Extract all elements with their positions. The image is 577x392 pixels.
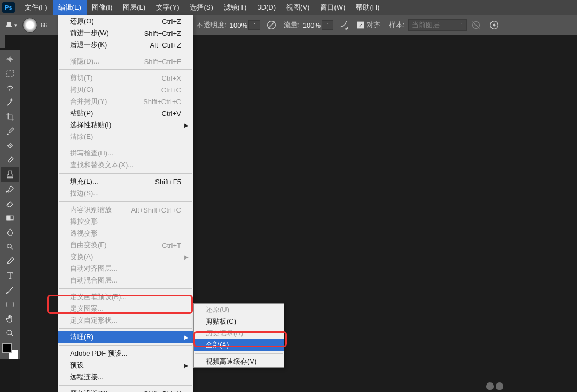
- tool-type[interactable]: [1, 268, 19, 283]
- purge-submenu: 还原(U)剪贴板(C)历史记录(H)全部(A)视频高速缓存(V): [193, 303, 284, 368]
- sample-dropdown[interactable]: 当前图层 ˅: [408, 19, 467, 31]
- svg-rect-8: [7, 216, 10, 220]
- menubar: Ps 文件(F)编辑(E)图像(I)图层(L)文字(Y)选择(S)滤镜(T)3D…: [0, 0, 577, 15]
- tool-heal[interactable]: [1, 138, 19, 153]
- pressure-size-icon[interactable]: [488, 19, 500, 31]
- color-swatches[interactable]: [2, 343, 18, 359]
- tool-pen[interactable]: [1, 254, 19, 268]
- menu-item[interactable]: 选择性粘贴(I)▶: [58, 119, 193, 131]
- menu-shortcut: Ctrl+T: [162, 241, 181, 249]
- menu-shortcut: Alt+Ctrl+Z: [150, 41, 181, 49]
- menu-item: 透视变形: [58, 228, 193, 239]
- menu-item-label: 透视变形: [70, 229, 98, 238]
- menu-shortcut: Shift+Ctrl+F: [144, 58, 181, 66]
- menu-item[interactable]: 前进一步(W)Shift+Ctrl+Z: [58, 27, 193, 39]
- menubar-item-0[interactable]: 文件(F): [19, 0, 53, 15]
- menu-item-label: 查找和替换文本(X)...: [70, 160, 134, 170]
- edit-menu-dropdown: 还原(O)Ctrl+Z前进一步(W)Shift+Ctrl+Z后退一步(K)Alt…: [58, 15, 193, 392]
- tool-preset-picker[interactable]: ▾: [4, 19, 17, 32]
- menubar-item-1[interactable]: 编辑(E): [53, 0, 87, 15]
- menubar-item-7[interactable]: 3D(D): [252, 0, 281, 15]
- opacity-value[interactable]: 100%: [230, 21, 247, 29]
- menu-item-label: 变换(A): [70, 252, 93, 262]
- menu-item[interactable]: 粘贴(P)Ctrl+V: [58, 107, 193, 119]
- opacity-pressure-icon[interactable]: [266, 19, 277, 31]
- menu-item[interactable]: 后退一步(K)Alt+Ctrl+Z: [58, 39, 193, 51]
- tool-lasso[interactable]: [1, 81, 19, 95]
- menu-item-label: 远程连接...: [70, 372, 104, 382]
- menu-item: 拷贝(C)Ctrl+C: [58, 84, 193, 96]
- tool-rect[interactable]: [1, 297, 19, 311]
- menubar-item-4[interactable]: 文字(Y): [151, 0, 184, 15]
- panel-collapse-tab[interactable]: [0, 35, 5, 48]
- tool-brush[interactable]: [1, 153, 19, 167]
- menu-item-label: 剪切(T): [70, 73, 93, 83]
- menubar-item-3[interactable]: 图层(L): [118, 0, 151, 15]
- menu-item-label: 颜色设置(G)...: [70, 389, 114, 392]
- menu-item[interactable]: 填充(L)...Shift+F5: [58, 176, 193, 187]
- menu-item-label: 清理(R): [70, 332, 93, 342]
- brush-preview[interactable]: [22, 18, 37, 33]
- tool-history[interactable]: [1, 182, 19, 196]
- menubar-item-10[interactable]: 帮助(H): [350, 0, 385, 15]
- menu-item[interactable]: 远程连接...: [58, 371, 193, 383]
- tool-crop[interactable]: [1, 109, 19, 124]
- brush-size-value: 66: [41, 22, 47, 28]
- menu-shortcut: Shift+Ctrl+K: [144, 390, 181, 393]
- menu-item: 清除(E): [58, 131, 193, 143]
- menubar-item-6[interactable]: 滤镜(T): [219, 0, 252, 15]
- submenu-item[interactable]: 视频高速缓存(V): [194, 356, 284, 367]
- menu-item: 自动混合图层...: [58, 275, 193, 286]
- tool-hand[interactable]: [1, 311, 19, 326]
- menubar-item-8[interactable]: 视图(V): [281, 0, 315, 15]
- airbrush-icon[interactable]: [339, 19, 350, 31]
- menu-item[interactable]: 颜色设置(G)...Shift+Ctrl+K: [58, 388, 193, 392]
- submenu-item: 还原(U): [194, 304, 284, 316]
- tool-blur[interactable]: [1, 225, 19, 239]
- flow-dropdown[interactable]: ˅: [322, 20, 333, 30]
- tool-wand[interactable]: [1, 95, 19, 109]
- menu-item: 操控变形: [58, 216, 193, 228]
- menubar-item-2[interactable]: 图像(I): [87, 0, 118, 15]
- menu-shortcut: Ctrl+Z: [162, 18, 181, 26]
- menu-shortcut: Ctrl+C: [161, 86, 181, 94]
- svg-rect-10: [7, 302, 13, 307]
- sample-value: 当前图层: [412, 20, 440, 30]
- menu-item: 定义画笔预设(B)...: [58, 291, 193, 303]
- submenu-item-label: 全部(A): [206, 340, 229, 350]
- menu-item-label: 还原(O): [70, 17, 94, 26]
- align-checkbox[interactable]: ✓: [357, 21, 364, 29]
- menu-item: 定义图案...: [58, 303, 193, 315]
- ignore-adjustment-icon[interactable]: [470, 19, 482, 31]
- footprint-icon: [486, 382, 508, 391]
- menu-item[interactable]: 预设▶: [58, 359, 193, 371]
- tool-eyedrop[interactable]: [1, 124, 19, 138]
- menu-item[interactable]: Adobe PDF 预设...: [58, 348, 193, 359]
- menu-item-label: 定义自定形状...: [70, 316, 118, 325]
- menu-item[interactable]: 还原(O)Ctrl+Z: [58, 15, 193, 27]
- menubar-item-9[interactable]: 窗口(W): [315, 0, 350, 15]
- tool-path[interactable]: [1, 283, 19, 297]
- submenu-item[interactable]: 全部(A): [194, 339, 284, 351]
- tool-marquee[interactable]: [1, 66, 19, 81]
- submenu-item[interactable]: 剪贴板(C): [194, 316, 284, 327]
- tool-stamp[interactable]: [1, 167, 19, 182]
- opacity-dropdown[interactable]: ˅: [248, 20, 260, 30]
- submenu-arrow-icon: ▶: [184, 254, 189, 260]
- svg-point-9: [7, 244, 12, 248]
- menu-item-label: 渐隐(D)...: [70, 57, 99, 66]
- app-logo: Ps: [2, 2, 15, 13]
- flow-value[interactable]: 100%: [303, 21, 321, 29]
- menubar-item-5[interactable]: 选择(S): [184, 0, 218, 15]
- tool-gradient[interactable]: [1, 210, 19, 225]
- menu-item-label: 选择性粘贴(I): [70, 120, 111, 130]
- menu-item: 自由变换(F)Ctrl+T: [58, 239, 193, 251]
- tool-zoom[interactable]: [1, 326, 19, 340]
- tool-move[interactable]: [1, 52, 19, 66]
- tool-eraser[interactable]: [1, 196, 19, 210]
- fg-swatch[interactable]: [2, 343, 12, 353]
- submenu-arrow-icon: ▶: [184, 363, 189, 369]
- menu-shortcut: Shift+Ctrl+Z: [144, 29, 181, 37]
- tool-dodge[interactable]: [1, 239, 19, 254]
- menu-item[interactable]: 清理(R)▶: [58, 331, 193, 343]
